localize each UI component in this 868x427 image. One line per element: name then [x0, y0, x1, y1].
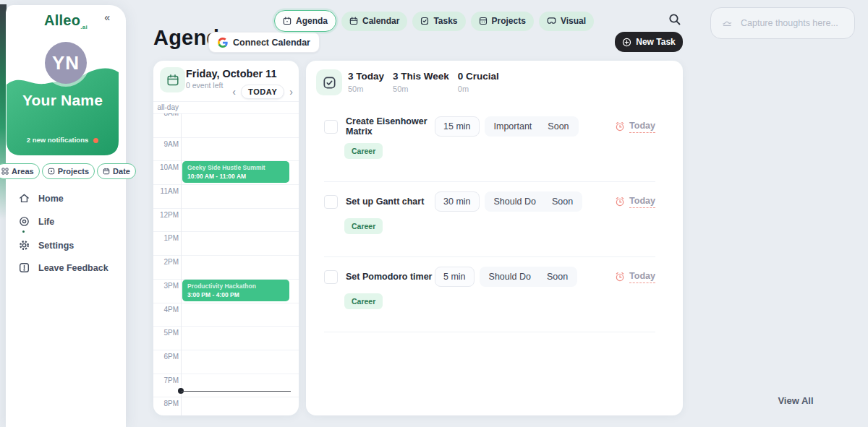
calendar-icon	[166, 74, 179, 87]
capture-thoughts-input[interactable]	[739, 17, 851, 29]
quick-capture-pen-icon	[722, 18, 733, 29]
filter-projects-button[interactable]: Projects	[42, 163, 95, 179]
visual-goggles-icon	[547, 17, 556, 25]
date-icon	[103, 168, 110, 175]
task-tag[interactable]: Career	[344, 143, 383, 159]
sidebar-item-life[interactable]: Life	[19, 216, 54, 227]
checkbox-check-icon	[323, 76, 336, 90]
filter-date-button[interactable]: Date	[97, 163, 136, 179]
task-due[interactable]: Today	[615, 121, 655, 133]
sidebar: Alleo.ai « YN Your Name 2 new notificati…	[6, 5, 126, 427]
task-priority-group: Important Soon	[485, 116, 579, 137]
tasks-header-iconbox	[316, 69, 342, 95]
tab-visual[interactable]: Visual	[539, 12, 594, 31]
task-due[interactable]: Today	[615, 271, 655, 283]
stat-this-week: 3 This Week50m	[393, 71, 449, 93]
agenda-icon	[283, 17, 292, 25]
task-row: Set up Gantt chart 30 min Should Do Soon…	[324, 182, 655, 257]
projects-icon	[48, 168, 55, 175]
task-title[interactable]: Create Eisenhower Matrix	[346, 116, 435, 137]
tasks-check-icon	[420, 17, 429, 25]
sidebar-item-home[interactable]: Home	[19, 193, 64, 204]
hour-row[interactable]: 9AM	[153, 137, 299, 161]
today-button[interactable]: TODAY	[241, 85, 284, 99]
hour-row[interactable]: 2PM	[153, 255, 299, 279]
all-day-row[interactable]: all-day	[153, 101, 299, 113]
current-time-line	[181, 391, 291, 392]
hour-row[interactable]: 8PM	[153, 397, 299, 415]
task-checkbox[interactable]	[324, 120, 338, 134]
notification-dot-icon	[93, 138, 98, 143]
task-list: Create Eisenhower Matrix 15 min Importan…	[306, 107, 683, 332]
task-tag[interactable]: Career	[344, 218, 383, 234]
task-duration-pill[interactable]: 30 min	[435, 191, 480, 212]
main-nav-tabs: Agenda Calendar Tasks Projects Visual	[274, 10, 594, 32]
task-priority[interactable]: Important	[494, 121, 532, 131]
task-title[interactable]: Set up Gantt chart	[346, 197, 435, 207]
tab-agenda[interactable]: Agenda	[274, 10, 336, 32]
chevron-right-icon[interactable]: ›	[289, 87, 293, 97]
alarm-clock-icon	[615, 197, 625, 207]
calendar-icon	[349, 17, 358, 25]
day-time-grid: all-day 8AM 9AM 10AM 11AM 12PM 1PM 2PM 3…	[153, 101, 299, 415]
hour-row[interactable]: 5PM	[153, 326, 299, 350]
life-active-dot	[22, 230, 25, 233]
task-checkbox[interactable]	[324, 270, 338, 284]
projects-grid-icon	[479, 17, 488, 25]
task-row: Set Pomodoro timer 5 min Should Do Soon …	[324, 257, 655, 332]
hour-row[interactable]: 8AM	[153, 113, 299, 137]
calendar-event[interactable]: Geeky Side Hustle Summit 10:00 AM - 11:0…	[182, 161, 289, 183]
new-task-button[interactable]: New Task	[615, 32, 683, 52]
hour-row[interactable]: 7PM	[153, 374, 299, 397]
hour-row[interactable]: 12PM	[153, 208, 299, 232]
task-urgency[interactable]: Soon	[548, 121, 569, 131]
events-left-label: 0 event left	[186, 81, 223, 90]
task-due[interactable]: Today	[615, 196, 655, 208]
task-title[interactable]: Set Pomodoro timer	[346, 272, 435, 282]
task-duration-pill[interactable]: 5 min	[435, 267, 475, 287]
collapse-sidebar-icon[interactable]: «	[104, 12, 110, 23]
logo-suffix: .ai	[80, 24, 88, 30]
calendar-date-title: Friday, October 11	[186, 68, 276, 79]
tab-projects[interactable]: Projects	[471, 12, 534, 31]
tab-calendar[interactable]: Calendar	[341, 12, 407, 31]
hour-row[interactable]: 1PM	[153, 231, 299, 255]
plus-circle-icon	[622, 38, 631, 47]
areas-icon	[1, 168, 9, 175]
task-duration-pill[interactable]: 15 min	[435, 116, 480, 137]
alarm-clock-icon	[615, 121, 625, 131]
hour-row[interactable]: 11AM	[153, 184, 299, 208]
filter-areas-button[interactable]: Areas	[0, 163, 40, 179]
notifications-link[interactable]: 2 new notifications	[7, 136, 119, 144]
task-priority-group: Should Do Soon	[480, 267, 578, 287]
google-logo-icon	[218, 38, 228, 48]
calendar-date-nav: ‹ TODAY ›	[232, 85, 293, 99]
task-checkbox[interactable]	[324, 195, 338, 209]
task-priority[interactable]: Should Do	[494, 197, 536, 207]
all-day-label: all-day	[153, 103, 179, 111]
search-icon[interactable]	[668, 13, 681, 26]
avatar[interactable]: YN	[45, 42, 87, 84]
task-urgency[interactable]: Soon	[552, 197, 573, 207]
connect-calendar-button[interactable]: Connect Calendar	[208, 32, 320, 53]
hour-row[interactable]: 6PM	[153, 350, 299, 374]
task-priority-group: Should Do Soon	[485, 191, 583, 212]
view-all-link[interactable]: View All	[752, 395, 839, 406]
hour-row[interactable]: 4PM	[153, 303, 299, 327]
task-row: Create Eisenhower Matrix 15 min Importan…	[324, 107, 655, 182]
chevron-left-icon[interactable]: ‹	[232, 87, 236, 97]
task-tag[interactable]: Career	[344, 293, 383, 309]
stat-today: 3 Today50m	[348, 71, 384, 93]
tasks-panel: 3 Today50m 3 This Week50m 0 Crucial0m Cr…	[306, 61, 683, 415]
tab-tasks[interactable]: Tasks	[412, 12, 465, 31]
task-urgency[interactable]: Soon	[547, 272, 568, 282]
time-axis-divider	[181, 101, 182, 415]
task-stats: 3 Today50m 3 This Week50m 0 Crucial0m	[348, 71, 499, 93]
task-priority[interactable]: Should Do	[489, 272, 531, 282]
life-target-icon	[19, 216, 30, 227]
sidebar-item-settings[interactable]: Settings	[19, 240, 74, 251]
stat-crucial: 0 Crucial0m	[458, 71, 499, 93]
sidebar-item-leave-feedback[interactable]: Leave Feedback	[19, 262, 109, 273]
calendar-header-iconbox	[160, 67, 185, 92]
calendar-event[interactable]: Productivity Hackathon 3:00 PM - 4:00 PM	[182, 280, 289, 301]
